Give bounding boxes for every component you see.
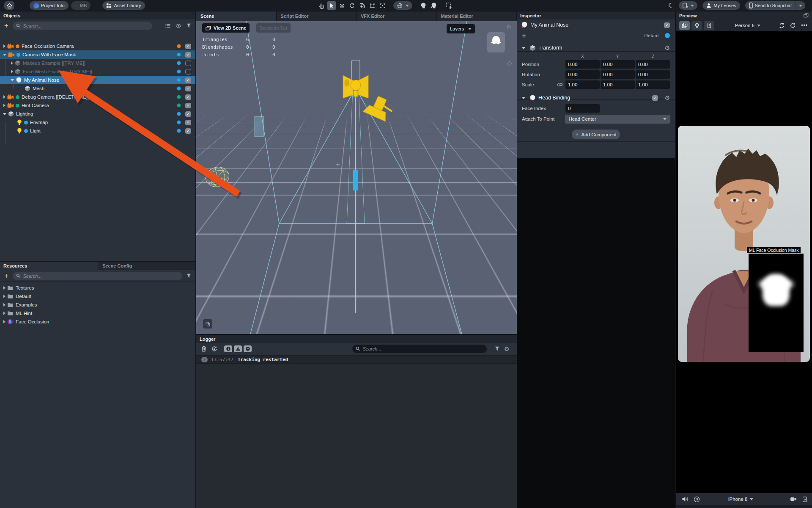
project-info-button[interactable]: Project Info [30, 1, 69, 10]
enabled-checkbox[interactable]: ✓ [185, 52, 191, 58]
add-property-button[interactable]: + [522, 32, 526, 39]
tree-item-light[interactable]: Light ✓ [0, 127, 195, 135]
render-order-dot[interactable] [177, 112, 181, 116]
render-order-dot[interactable] [177, 61, 181, 65]
pause-preview-button[interactable] [694, 496, 700, 502]
resource-item-face-occlusion[interactable]: Face Occlusion [0, 318, 195, 326]
tab-material-editor[interactable]: Material Editor [437, 11, 517, 21]
tree-item-hint-camera[interactable]: Hint Camera ✓ [0, 101, 195, 110]
chevron-right-icon[interactable] [3, 303, 5, 306]
tab-script-editor[interactable]: Script Editor [277, 11, 357, 21]
chevron-down-icon[interactable] [11, 79, 14, 81]
home-button[interactable] [4, 1, 14, 10]
snapcode-ghost[interactable] [487, 32, 505, 52]
logger-filter-button[interactable] [495, 346, 499, 351]
tree-item-face-occlusion-camera[interactable]: Face Occlusion Camera ✓ [0, 42, 195, 50]
asset-library-button[interactable]: Asset Library [102, 1, 145, 10]
more-options-button[interactable]: ••• [801, 22, 808, 28]
swap-source-button[interactable] [779, 22, 785, 29]
dark-mode-icon[interactable]: ☾ [668, 2, 674, 9]
record-video-button[interactable] [790, 496, 797, 502]
face-index-input[interactable] [565, 104, 600, 113]
filter-button[interactable] [187, 23, 191, 28]
enabled-checkbox[interactable] [185, 61, 191, 66]
chevron-down-icon[interactable] [3, 54, 6, 56]
clear-log-button[interactable] [201, 346, 206, 352]
add-resource-button[interactable]: + [4, 272, 8, 279]
objects-search[interactable] [13, 22, 152, 30]
attach-to-point-dropdown[interactable]: Head Center [565, 115, 670, 124]
face-gizmo-button[interactable] [419, 1, 428, 10]
tree-item-camera-with-face-mask[interactable]: Camera With Face Mask ✓ [0, 50, 195, 59]
transform-tool-button[interactable] [368, 1, 377, 10]
preview-mode-webcam-button[interactable] [691, 21, 702, 30]
preview-mode-device-button[interactable] [704, 21, 714, 30]
duplicate-tool-button[interactable] [357, 1, 367, 10]
select-tool-button[interactable] [327, 1, 336, 10]
chevron-right-icon[interactable] [3, 295, 5, 298]
warning-filter-toggle[interactable] [234, 345, 242, 352]
rotation-y-input[interactable] [601, 70, 635, 79]
restart-preview-button[interactable] [790, 22, 796, 29]
send-to-snapchat-button[interactable]: Send to Snapchat [745, 1, 796, 10]
chevron-right-icon[interactable] [11, 70, 13, 73]
chevron-right-icon[interactable] [3, 286, 5, 290]
default-layer-dot[interactable] [665, 33, 670, 38]
logger-search[interactable] [352, 345, 487, 353]
preview-window-icon[interactable] [804, 13, 809, 18]
position-z-input[interactable] [636, 60, 670, 69]
object-enabled-checkbox[interactable]: ✓ [664, 22, 670, 28]
resource-item-ml-hint[interactable]: ML Hint [0, 309, 195, 318]
chevron-right-icon[interactable] [3, 312, 5, 315]
enabled-checkbox[interactable]: ✓ [185, 44, 191, 49]
objects-search-input[interactable] [23, 23, 149, 28]
rotation-x-input[interactable] [565, 70, 600, 79]
enabled-checkbox[interactable]: ✓ [185, 120, 191, 125]
rotation-z-input[interactable] [636, 70, 670, 79]
pan-tool-button[interactable] [317, 1, 326, 10]
tree-item-face-mesh-example[interactable]: Face Mesh Example [[TRY ME]] [0, 67, 195, 76]
tab-vfx-editor[interactable]: VFX Editor [357, 11, 437, 21]
enabled-checkbox[interactable]: ✓ [185, 86, 191, 91]
send-options-dropdown[interactable] [796, 1, 805, 10]
rotate-tool-button[interactable] [347, 1, 357, 10]
log-entry[interactable]: 2 13:57:47 Tracking restarted [196, 355, 517, 364]
my-lenses-button[interactable]: My Lenses [702, 1, 740, 10]
view-2d-scene-button[interactable]: View 2D Scene [202, 23, 250, 33]
tab-scene-config[interactable]: Scene Config [98, 262, 195, 270]
chevron-right-icon[interactable] [3, 104, 5, 107]
chevron-right-icon[interactable] [3, 44, 5, 48]
tree-item-envmap[interactable]: Envmap ✓ [0, 118, 195, 127]
render-order-dot[interactable] [177, 95, 181, 99]
chevron-right-icon[interactable] [3, 320, 5, 323]
scale-tool-button[interactable] [337, 1, 346, 10]
chevron-right-icon[interactable] [11, 61, 13, 65]
viewport-mode-button[interactable] [203, 319, 212, 329]
tree-item-debug-camera[interactable]: Debug Camera [[DELETE ME]] ✓ [0, 93, 195, 101]
render-order-dot[interactable] [177, 69, 181, 74]
tree-item-makeup-example[interactable]: Makeup Example [[TRY ME]] [0, 59, 195, 67]
render-order-dot[interactable] [177, 103, 181, 108]
audio-mute-button[interactable] [682, 496, 689, 502]
viewport-settings-gear-icon[interactable]: ⚙ [506, 24, 512, 30]
snapshot-button[interactable] [802, 496, 808, 502]
face-effect-button[interactable] [429, 1, 438, 10]
tab-scene[interactable]: Scene [196, 11, 277, 21]
render-order-dot[interactable] [177, 120, 181, 124]
enabled-checkbox[interactable]: ✓ [185, 94, 191, 100]
render-order-dot[interactable] [177, 86, 181, 91]
enabled-checkbox[interactable]: ✓ [185, 77, 191, 83]
render-order-dot[interactable] [177, 44, 181, 48]
resources-search-input[interactable] [23, 273, 179, 279]
head-binding-gear-icon[interactable]: ⚙ [664, 95, 670, 101]
transform-gear-icon[interactable]: ⚙ [664, 45, 670, 51]
head-binding-checkbox[interactable]: ✓ [652, 95, 658, 101]
scale-z-input[interactable] [636, 80, 670, 89]
preview-mode-camera-button[interactable] [679, 21, 690, 30]
chevron-right-icon[interactable] [3, 95, 5, 99]
scale-y-input[interactable] [601, 80, 635, 89]
render-order-dot[interactable] [177, 78, 181, 82]
tree-item-mesh[interactable]: Mesh ✓ [0, 84, 195, 93]
resources-search[interactable] [13, 272, 182, 280]
device-dropdown[interactable]: iPhone 8 [728, 497, 753, 502]
